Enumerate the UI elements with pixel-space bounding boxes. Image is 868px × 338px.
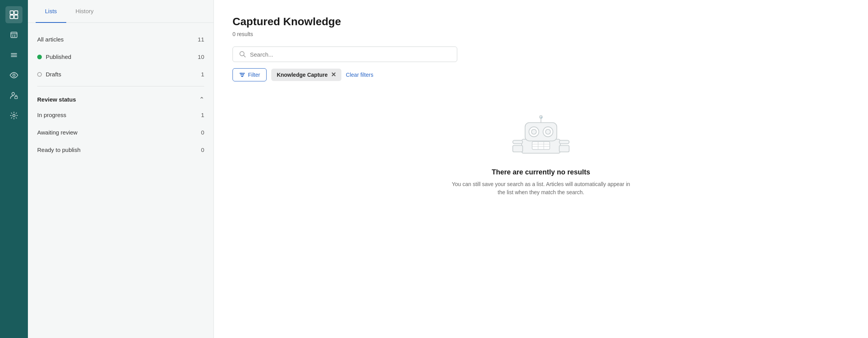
all-articles-label: All articles: [37, 36, 64, 43]
svg-rect-3: [14, 15, 18, 19]
svg-rect-17: [559, 140, 569, 144]
in-progress-count: 1: [201, 112, 204, 118]
svg-rect-28: [532, 141, 549, 149]
list-icon[interactable]: [5, 47, 22, 64]
svg-rect-0: [10, 11, 14, 14]
section-divider: [37, 86, 204, 86]
drafts-count: 1: [201, 71, 204, 78]
awaiting-review-count: 0: [201, 129, 204, 136]
ready-to-publish-count: 0: [201, 147, 204, 153]
chip-close-icon[interactable]: ✕: [331, 72, 336, 78]
awaiting-review-label: Awaiting review: [37, 129, 78, 136]
list-item-published[interactable]: Published 10: [37, 48, 204, 66]
empty-state: ⚓ There are currently no results You can…: [232, 97, 849, 197]
svg-point-5: [12, 35, 13, 36]
sidebar-nav: [0, 0, 28, 338]
left-panel: Lists History All articles 11 Published …: [28, 0, 214, 338]
filter-button-label: Filter: [248, 72, 260, 78]
main-content: Captured Knowledge 0 results Filter Know…: [214, 0, 868, 338]
knowledge-capture-chip[interactable]: Knowledge Capture ✕: [271, 69, 341, 81]
empty-state-subtitle: You can still save your search as a list…: [448, 180, 634, 197]
tab-lists[interactable]: Lists: [36, 0, 66, 23]
svg-point-6: [12, 36, 13, 37]
review-status-header[interactable]: Review status ⌃: [37, 90, 204, 106]
chevron-up-icon: ⌃: [199, 96, 204, 103]
empty-state-title: There are currently no results: [492, 168, 590, 176]
chip-label: Knowledge Capture: [277, 72, 327, 78]
published-count: 10: [198, 53, 204, 60]
tabs-container: Lists History: [28, 0, 214, 23]
results-count: 0 results: [232, 31, 849, 37]
filter-button[interactable]: Filter: [232, 68, 267, 81]
search-input[interactable]: [250, 51, 451, 58]
filter-icon: [239, 72, 245, 78]
published-label: Published: [46, 53, 71, 60]
clear-filters-button[interactable]: Clear filters: [346, 72, 374, 78]
svg-point-14: [242, 76, 243, 77]
svg-rect-16: [513, 140, 522, 144]
drafts-label: Drafts: [46, 71, 61, 78]
list-item-all-articles[interactable]: All articles 11: [37, 31, 204, 48]
in-progress-label: In progress: [37, 112, 66, 118]
svg-rect-18: [513, 145, 522, 152]
svg-rect-19: [559, 145, 569, 152]
list-item-awaiting-review[interactable]: Awaiting review 0: [37, 124, 204, 141]
svg-point-8: [12, 93, 15, 95]
svg-point-10: [13, 114, 15, 117]
drafts-dot-icon: [37, 72, 42, 77]
svg-point-13: [243, 74, 244, 76]
review-status-title: Review status: [37, 96, 76, 103]
svg-rect-9: [15, 97, 17, 99]
published-dot-icon: [37, 55, 42, 59]
svg-rect-1: [14, 11, 18, 14]
svg-point-11: [240, 52, 244, 56]
ready-to-publish-label: Ready to publish: [37, 147, 81, 153]
svg-rect-2: [10, 15, 14, 19]
user-lock-icon[interactable]: [5, 87, 22, 104]
eye-icon[interactable]: [5, 67, 22, 84]
svg-point-12: [241, 73, 242, 74]
knowledge-base-icon[interactable]: [5, 6, 22, 23]
empty-state-illustration: ⚓: [502, 112, 580, 159]
svg-point-22: [531, 129, 536, 135]
list-item-ready-to-publish[interactable]: Ready to publish 0: [37, 141, 204, 159]
article-filters-section: All articles 11 Published 10 Drafts 1 Re…: [28, 23, 214, 166]
list-item-drafts[interactable]: Drafts 1: [37, 66, 204, 83]
list-item-in-progress[interactable]: In progress 1: [37, 106, 204, 124]
all-articles-count: 11: [198, 36, 204, 43]
alerts-icon[interactable]: [5, 26, 22, 43]
settings-icon[interactable]: [5, 107, 22, 124]
svg-point-7: [13, 74, 15, 76]
search-icon: [239, 51, 246, 58]
page-title: Captured Knowledge: [232, 16, 849, 28]
svg-rect-4: [11, 32, 17, 38]
filter-bar: Filter Knowledge Capture ✕ Clear filters: [232, 68, 849, 81]
svg-text:⚓: ⚓: [540, 116, 542, 119]
search-bar[interactable]: [232, 47, 457, 62]
svg-point-24: [546, 129, 551, 135]
tab-history[interactable]: History: [66, 0, 103, 23]
